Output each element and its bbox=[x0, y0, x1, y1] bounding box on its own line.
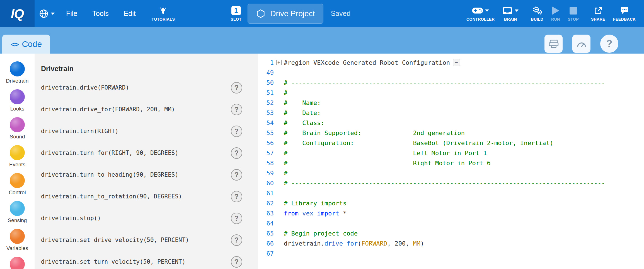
code-line[interactable]: 60# ------------------------------------… bbox=[258, 178, 644, 188]
command-row[interactable]: drivetrain.turn(RIGHT)? bbox=[35, 120, 258, 142]
command-text[interactable]: drivetrain.turn_for(RIGHT, 90, DEGREES) bbox=[41, 150, 178, 156]
code-line[interactable]: 55# Brain Supported: 2nd generation bbox=[258, 128, 644, 138]
stop-button[interactable]: STOP bbox=[568, 6, 579, 21]
command-help-button[interactable]: ? bbox=[231, 191, 242, 202]
command-help-button[interactable]: ? bbox=[231, 213, 242, 224]
feedback-button[interactable]: FEEDBACK bbox=[613, 6, 636, 21]
command-row[interactable]: drivetrain.stop()? bbox=[35, 207, 258, 229]
command-text[interactable]: drivetrain.turn_to_heading(90, DEGREES) bbox=[41, 171, 178, 178]
code-line[interactable]: 58# Right Motor in Port 6 bbox=[258, 158, 644, 168]
command-text[interactable]: drivetrain.turn_to_rotation(90, DEGREES) bbox=[41, 193, 182, 200]
code-token: # Configuration: BaseBot (Drivetrain 2-m… bbox=[284, 140, 553, 146]
build-button[interactable]: BUILD bbox=[531, 6, 543, 21]
code-line[interactable]: 67 bbox=[258, 248, 644, 258]
command-text[interactable]: drivetrain.drive(FORWARD) bbox=[41, 84, 129, 91]
code-text[interactable]: # Brain Supported: 2nd generation bbox=[284, 129, 465, 136]
share-button[interactable]: SHARE bbox=[591, 6, 605, 21]
code-line[interactable]: 59# bbox=[258, 168, 644, 178]
code-line[interactable]: 63from vex import * bbox=[258, 208, 644, 218]
category-events[interactable]: Events bbox=[0, 145, 35, 173]
code-line[interactable]: 64 bbox=[258, 218, 644, 228]
code-text[interactable]: # bbox=[284, 170, 287, 177]
menu-tools[interactable]: Tools bbox=[85, 9, 116, 18]
code-line[interactable]: 65# Begin project code bbox=[258, 228, 644, 238]
command-text[interactable]: drivetrain.stop() bbox=[41, 215, 101, 222]
fold-toggle-icon[interactable]: + bbox=[274, 60, 284, 65]
command-row[interactable]: drivetrain.turn_to_rotation(90, DEGREES)… bbox=[35, 186, 258, 207]
command-text[interactable]: drivetrain.set_drive_velocity(50, PERCEN… bbox=[41, 237, 189, 243]
code-text[interactable]: drivetrain.drive_for(FORWARD, 200, MM) bbox=[284, 240, 424, 247]
command-text[interactable]: drivetrain.turn(RIGHT) bbox=[41, 128, 118, 134]
code-line[interactable]: 56# Configuration: BaseBot (Drivetrain 2… bbox=[258, 138, 644, 148]
command-help-button[interactable]: ? bbox=[231, 234, 242, 246]
category-variables[interactable]: Variables bbox=[0, 229, 35, 257]
brain-button[interactable]: BRAIN bbox=[502, 6, 519, 21]
menu-edit[interactable]: Edit bbox=[116, 9, 143, 18]
command-row[interactable]: drivetrain.set_turn_velocity(50, PERCENT… bbox=[35, 251, 258, 269]
command-text[interactable]: drivetrain.set_turn_velocity(50, PERCENT… bbox=[41, 258, 185, 265]
project-name-button[interactable]: Drive Project bbox=[248, 4, 323, 24]
code-text[interactable]: # Date: bbox=[284, 109, 321, 116]
code-text[interactable]: # Configuration: BaseBot (Drivetrain 2-m… bbox=[284, 140, 553, 146]
command-row[interactable]: drivetrain.set_drive_velocity(50, PERCEN… bbox=[35, 229, 258, 251]
menu-file[interactable]: File bbox=[59, 9, 85, 18]
code-text[interactable]: # Name: bbox=[284, 99, 321, 106]
category-item-8[interactable] bbox=[0, 257, 35, 269]
gauge-icon bbox=[577, 40, 587, 48]
code-text[interactable]: # Right Motor in Port 6 bbox=[284, 160, 491, 167]
code-text[interactable]: # --------------------------------------… bbox=[284, 79, 605, 86]
tutorials-button[interactable]: TUTORIALS bbox=[152, 6, 175, 21]
run-button[interactable]: RUN bbox=[551, 6, 560, 21]
code-text[interactable]: # Class: bbox=[284, 119, 325, 126]
category-sound[interactable]: Sound bbox=[0, 117, 35, 145]
share-label: SHARE bbox=[591, 17, 605, 21]
command-help-button[interactable]: ? bbox=[231, 104, 242, 115]
code-line[interactable]: 66drivetrain.drive_for(FORWARD, 200, MM) bbox=[258, 238, 644, 248]
category-drivetrain[interactable]: Drivetrain bbox=[0, 61, 35, 89]
monitor-dashboard-button[interactable] bbox=[572, 35, 590, 53]
language-menu-button[interactable] bbox=[39, 9, 55, 18]
code-line[interactable]: 49 bbox=[258, 68, 644, 78]
line-number: 53 bbox=[258, 109, 274, 116]
code-line[interactable]: 61 bbox=[258, 188, 644, 198]
code-editor[interactable]: 1+#region VEXcode Generated Robot Config… bbox=[258, 54, 644, 269]
command-help-button[interactable]: ? bbox=[231, 169, 242, 181]
code-text[interactable]: # --------------------------------------… bbox=[284, 180, 605, 187]
code-text[interactable]: #region VEXcode Generated Robot Configur… bbox=[284, 59, 460, 66]
code-text[interactable]: # Begin project code bbox=[284, 230, 358, 237]
line-number: 64 bbox=[258, 220, 274, 227]
code-line[interactable]: 50# ------------------------------------… bbox=[258, 78, 644, 88]
controller-button[interactable]: CONTROLLER bbox=[466, 6, 495, 21]
code-line[interactable]: 57# Left Motor in Port 1 bbox=[258, 148, 644, 158]
code-line[interactable]: 1+#region VEXcode Generated Robot Config… bbox=[258, 57, 644, 68]
command-help-button[interactable]: ? bbox=[231, 126, 242, 137]
code-token: # Brain Supported: 2nd generation bbox=[284, 129, 465, 136]
code-text[interactable]: # Library imports bbox=[284, 200, 347, 207]
command-help-button[interactable]: ? bbox=[231, 82, 242, 93]
code-line[interactable]: 51# bbox=[258, 88, 644, 98]
code-text[interactable]: # Left Motor in Port 1 bbox=[284, 150, 487, 157]
category-control[interactable]: Control bbox=[0, 173, 35, 201]
slot-button[interactable]: 1 SLOT bbox=[231, 6, 241, 21]
command-text[interactable]: drivetrain.drive_for(FORWARD, 200, MM) bbox=[41, 106, 175, 113]
code-text[interactable]: # bbox=[284, 89, 287, 96]
code-line[interactable]: 52# Name: bbox=[258, 98, 644, 108]
code-line[interactable]: 62# Library imports bbox=[258, 198, 644, 208]
code-line[interactable]: 54# Class: bbox=[258, 118, 644, 128]
command-help-button[interactable]: ? bbox=[231, 147, 242, 159]
command-row[interactable]: drivetrain.drive_for(FORWARD, 200, MM)? bbox=[35, 99, 258, 120]
folded-region-badge[interactable]: ⋯ bbox=[453, 59, 460, 66]
command-row[interactable]: drivetrain.turn_to_heading(90, DEGREES)? bbox=[35, 164, 258, 186]
command-row[interactable]: drivetrain.turn_for(RIGHT, 90, DEGREES)? bbox=[35, 142, 258, 164]
category-sensing[interactable]: Sensing bbox=[0, 201, 35, 229]
device-info-button[interactable] bbox=[544, 35, 563, 53]
code-text[interactable]: from vex import * bbox=[284, 210, 347, 217]
help-button[interactable]: ? bbox=[600, 35, 618, 53]
code-line[interactable]: 53# Date: bbox=[258, 108, 644, 118]
category-looks[interactable]: Looks bbox=[0, 89, 35, 117]
tab-code[interactable]: <> Code bbox=[2, 35, 50, 54]
category-icon bbox=[10, 145, 25, 160]
command-row[interactable]: drivetrain.drive(FORWARD)? bbox=[35, 77, 258, 99]
line-number: 49 bbox=[258, 69, 274, 76]
command-help-button[interactable]: ? bbox=[231, 256, 242, 268]
